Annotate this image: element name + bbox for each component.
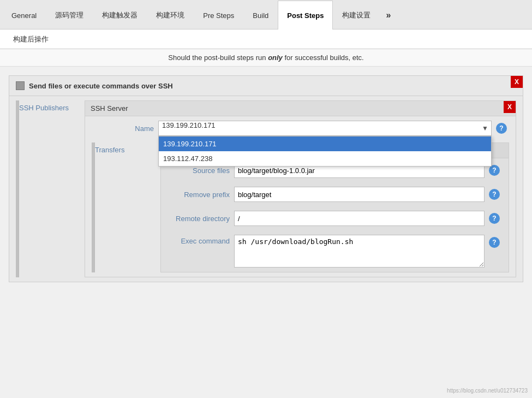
info-text-before: Should the post-build steps run	[168, 54, 268, 62]
remote-directory-input[interactable]	[234, 211, 485, 226]
tab-settings[interactable]: 构建设置	[333, 1, 380, 29]
exec-command-label: Exec command	[170, 235, 230, 245]
publishers-row: SSH Publishers SSH Server X Name 139.199…	[9, 96, 523, 282]
ssh-server-header: SSH Server	[85, 101, 516, 116]
dropdown-option-0[interactable]: 139.199.210.171	[159, 136, 491, 151]
tab-source[interactable]: 源码管理	[46, 1, 93, 29]
tab-presteps[interactable]: Pre Steps	[194, 1, 243, 29]
remove-prefix-label: Remove prefix	[170, 191, 230, 199]
section-header: Send files or execute commands over SSH …	[9, 76, 523, 96]
name-dropdown-wrapper[interactable]: 139.199.210.171 ▼ 139.199.210.171 193.11…	[158, 121, 492, 136]
exec-command-help-icon[interactable]: ?	[489, 237, 500, 248]
source-files-help-icon[interactable]: ?	[489, 165, 500, 176]
section-icon	[16, 81, 25, 90]
ssh-server-card: SSH Server X Name 139.199.210.171 ▼ 139.…	[85, 100, 516, 277]
source-files-label: Source files	[170, 167, 230, 175]
name-select-display[interactable]: 139.199.210.171	[158, 121, 492, 136]
info-text-after: for successful builds, etc.	[283, 54, 364, 62]
name-help-icon[interactable]: ?	[496, 123, 507, 134]
info-bar: Should the post-build steps run only for…	[0, 49, 532, 67]
exec-command-row: Exec command sh /usr/download/blogRun.sh…	[161, 230, 509, 272]
dropdown-option-1[interactable]: 193.112.47.238	[159, 151, 491, 166]
tab-triggers[interactable]: 构建触发器	[93, 1, 147, 29]
remove-prefix-help-icon[interactable]: ?	[489, 189, 500, 200]
ssh-section-card: Send files or execute commands over SSH …	[9, 75, 523, 282]
name-label: Name	[94, 124, 154, 133]
top-nav: General 源码管理 构建触发器 构建环境 Pre Steps Build …	[0, 0, 532, 29]
remote-directory-label: Remote directory	[170, 215, 230, 223]
remove-prefix-row: Remove prefix ?	[161, 182, 509, 206]
tab-build[interactable]: Build	[243, 1, 278, 29]
publishers-label: SSH Publishers	[19, 100, 85, 277]
transfers-label: Transfers	[95, 142, 160, 272]
tab-general[interactable]: General	[2, 1, 46, 29]
section-title: Send files or execute commands over SSH	[29, 82, 173, 90]
remove-prefix-input[interactable]	[234, 187, 485, 202]
remote-directory-row: Remote directory ?	[161, 206, 509, 230]
sub-nav: 构建后操作	[0, 29, 532, 49]
ssh-server-close-button[interactable]: X	[504, 101, 516, 113]
remote-directory-help-icon[interactable]: ?	[489, 213, 500, 224]
info-emphasis: only	[268, 54, 283, 62]
exec-command-input[interactable]: sh /usr/download/blogRun.sh	[234, 235, 485, 268]
tab-poststeps[interactable]: Post Steps	[278, 1, 333, 29]
name-form-row: Name 139.199.210.171 ▼ 139.199.210.171 1…	[85, 116, 516, 140]
tab-env[interactable]: 构建环境	[147, 1, 194, 29]
name-dropdown-list: 139.199.210.171 193.112.47.238	[158, 136, 492, 167]
watermark: https://blog.csdn.net/u012734723	[447, 388, 528, 394]
tab-more[interactable]: »	[380, 1, 397, 29]
section-close-button[interactable]: X	[511, 76, 523, 88]
main-content: Send files or execute commands over SSH …	[0, 67, 532, 300]
sub-nav-post-ops[interactable]: 构建后操作	[9, 32, 53, 46]
